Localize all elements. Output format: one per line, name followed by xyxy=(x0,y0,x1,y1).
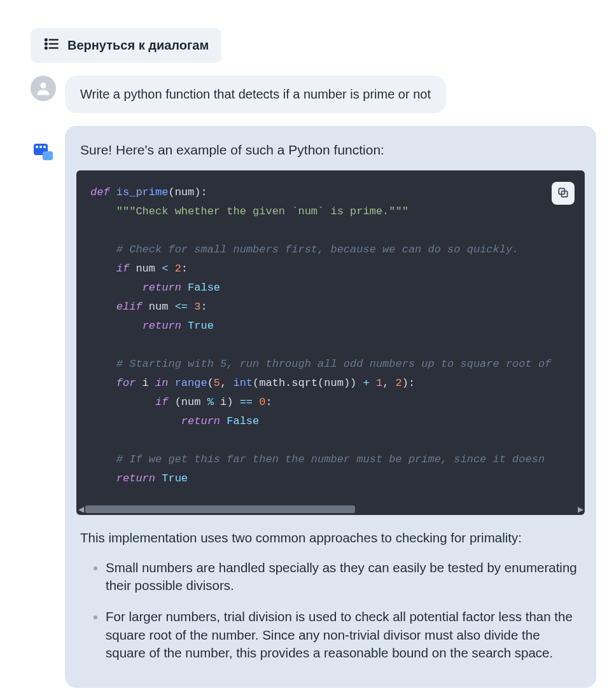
user-avatar xyxy=(31,76,56,101)
svg-point-1 xyxy=(45,43,47,45)
svg-point-6 xyxy=(40,83,46,88)
assistant-logo-icon xyxy=(34,144,53,160)
scrollbar-thumb[interactable] xyxy=(85,505,355,513)
scroll-right-arrow-icon[interactable]: ▶ xyxy=(576,504,585,515)
code-block[interactable]: def is_prime(num): """Check whether the … xyxy=(76,170,585,504)
user-message-row: Write a python function that detects if … xyxy=(31,76,596,113)
list-item: For larger numbers, trial division is us… xyxy=(106,608,581,662)
assistant-message-row: Sure! Here's an example of such a Python… xyxy=(31,126,596,688)
svg-point-0 xyxy=(45,39,47,41)
assistant-intro-text: Sure! Here's an example of such a Python… xyxy=(65,142,596,170)
svg-point-2 xyxy=(45,47,47,49)
assistant-bullet-list: Small numbers are handled specially as t… xyxy=(65,547,596,662)
copy-code-button[interactable] xyxy=(552,182,575,205)
assistant-message-bubble: Sure! Here's an example of such a Python… xyxy=(65,126,596,688)
bullet-text: For larger numbers, trial division is us… xyxy=(106,609,573,660)
list-icon xyxy=(43,36,60,55)
code-horizontal-scrollbar[interactable]: ◀ ▶ xyxy=(76,504,585,515)
user-message-bubble: Write a python function that detects if … xyxy=(65,76,446,113)
bullet-text: Small numbers are handled specially as t… xyxy=(106,560,577,593)
scrollbar-track[interactable] xyxy=(85,505,576,513)
code-block-container: def is_prime(num): """Check whether the … xyxy=(65,170,596,515)
list-item: Small numbers are handled specially as t… xyxy=(106,559,581,595)
assistant-post-text: This implementation uses two common appr… xyxy=(65,515,596,547)
user-message-text: Write a python function that detects if … xyxy=(80,87,431,101)
back-to-dialogs-button[interactable]: Вернуться к диалогам xyxy=(31,28,221,63)
back-button-label: Вернуться к диалогам xyxy=(67,38,209,53)
scroll-left-arrow-icon[interactable]: ◀ xyxy=(76,504,85,515)
assistant-avatar xyxy=(31,126,56,160)
copy-icon xyxy=(557,186,569,201)
